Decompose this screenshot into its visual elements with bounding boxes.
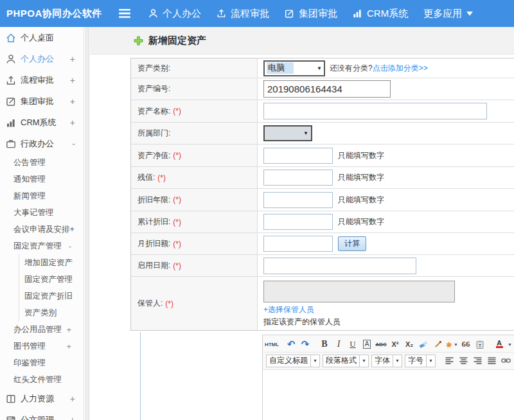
add-category-link[interactable]: 点击添加分类>> bbox=[373, 63, 428, 74]
asset-name-input[interactable] bbox=[263, 103, 487, 119]
svg-text:T: T bbox=[479, 343, 482, 347]
form-row-depreciation-years: 折旧年限: (*) 只能填写数字 bbox=[131, 189, 514, 211]
top-menu-crm-system[interactable]: CRM系统 bbox=[353, 8, 408, 20]
chevron-down-icon: ▼ bbox=[393, 355, 402, 367]
sidebar-item-office-supplies-mgmt[interactable]: 办公用品管理 + bbox=[0, 321, 84, 338]
form-row-accumulated-depreciation: 累计折旧: (*) 只能填写数字 bbox=[131, 211, 514, 233]
category-select[interactable]: 电脑 ▼ bbox=[263, 60, 325, 76]
sidebar-item-human-resources[interactable]: 人力资源 + bbox=[0, 388, 84, 409]
top-menu-group-approval[interactable]: 集团审批 bbox=[285, 8, 337, 20]
department-cell: ▼ bbox=[258, 123, 514, 144]
home-icon bbox=[6, 33, 16, 43]
start-date-label: 启用日期: (*) bbox=[131, 255, 258, 276]
autotypeset-button[interactable]: A bbox=[360, 338, 373, 351]
chevron-down-icon: ▼ bbox=[359, 355, 368, 367]
hamburger-menu-icon[interactable] bbox=[119, 9, 132, 18]
sidebar-item-notice-mgmt[interactable]: 通知管理 bbox=[0, 171, 84, 188]
sidebar-item-news-mgmt[interactable]: 新闻管理 bbox=[0, 188, 84, 204]
chevron-down-icon: ▼ bbox=[426, 355, 435, 367]
font-family-select[interactable]: 字体 ▼ bbox=[371, 354, 402, 367]
link-icon[interactable] bbox=[499, 354, 512, 367]
flow-icon bbox=[217, 8, 226, 19]
accumulated-depreciation-input[interactable] bbox=[263, 214, 333, 230]
residual-value-input[interactable] bbox=[263, 170, 333, 186]
description-editor-row: HTML ↶ ↷ B I U A ABC X² X₂ bbox=[140, 332, 514, 420]
chevron-down-icon: ▼ bbox=[454, 342, 458, 347]
sidebar-item-asset-category[interactable]: 资产类别 bbox=[19, 304, 84, 321]
chart-icon bbox=[6, 118, 16, 128]
paste-text-icon[interactable]: T bbox=[474, 338, 486, 351]
asset-number-input[interactable] bbox=[263, 80, 391, 98]
monthly-depreciation-cell: 计算 bbox=[258, 233, 514, 254]
sidebar-item-group-approval[interactable]: 集团审批 + bbox=[0, 91, 84, 112]
form-row-category: 资产类别: 电脑 ▼ 还没有分类? 点击添加分类>> bbox=[131, 58, 514, 78]
source-code-button[interactable]: HTML bbox=[265, 338, 278, 351]
top-menu-more-apps[interactable]: 更多应用 bbox=[423, 8, 473, 20]
department-select[interactable]: ▼ bbox=[263, 125, 312, 141]
undo-button[interactable]: ↶ bbox=[285, 338, 297, 351]
keeper-label: 保管人: (*) bbox=[131, 277, 258, 330]
document-icon bbox=[6, 415, 16, 420]
start-date-cell bbox=[258, 255, 514, 276]
font-size-select[interactable]: 字号 ▼ bbox=[405, 354, 436, 367]
sidebar-item-document-mgmt[interactable]: 公文管理 + bbox=[0, 409, 84, 420]
bold-button[interactable]: B bbox=[318, 338, 331, 351]
calculate-button[interactable]: 计算 bbox=[338, 236, 366, 251]
sidebar-item-personal-office[interactable]: 个人办公 + bbox=[0, 48, 84, 69]
sidebar-item-events-mgmt[interactable]: 大事记管理 bbox=[0, 204, 84, 221]
sidebar-item-add-fixed-asset[interactable]: 增加固定资产 bbox=[19, 254, 84, 271]
monthly-depreciation-input[interactable] bbox=[263, 236, 333, 252]
underline-button[interactable]: U bbox=[346, 338, 359, 351]
sidebar-item-book-mgmt[interactable]: 图书管理 + bbox=[0, 338, 84, 354]
select-keeper-link[interactable]: +选择保管人员 bbox=[263, 304, 314, 315]
sidebar-item-admin-office[interactable]: 行政办公 - bbox=[0, 133, 84, 154]
top-menu: 个人办公 流程审批 集团审批 CRM系统 更多应用 bbox=[148, 8, 488, 20]
paragraph-format-select[interactable]: 段落格式 ▼ bbox=[323, 354, 369, 367]
sidebar-item-fixed-asset-manage[interactable]: 固定资产管理 bbox=[19, 271, 84, 288]
top-menu-personal-office[interactable]: 个人办公 bbox=[148, 8, 201, 20]
sidebar-item-personal-desktop[interactable]: 个人桌面 bbox=[0, 27, 84, 48]
sidebar-item-fixed-asset-mgmt[interactable]: 固定资产管理 - bbox=[0, 238, 84, 254]
residual-value-label: 残值: (*) bbox=[131, 167, 258, 188]
depreciation-years-input[interactable] bbox=[263, 192, 333, 208]
align-right-icon[interactable] bbox=[471, 354, 484, 367]
subscript-button[interactable]: X₂ bbox=[403, 338, 416, 351]
editor-content-area[interactable] bbox=[263, 372, 514, 420]
align-left-icon[interactable] bbox=[443, 354, 456, 367]
sidebar-item-crm-system[interactable]: CRM系统 + bbox=[0, 112, 84, 133]
sidebar-item-seal-mgmt[interactable]: 印鉴管理 bbox=[0, 354, 84, 371]
eraser-icon[interactable] bbox=[417, 338, 430, 351]
chart-icon bbox=[353, 8, 362, 19]
color-palette-icon[interactable]: ▼ bbox=[445, 338, 458, 351]
form-row-keeper: 保管人: (*) +选择保管人员 指定该资产的保管人员 bbox=[131, 277, 514, 330]
top-menu-workflow-approval[interactable]: 流程审批 bbox=[217, 8, 269, 20]
format-painter-icon[interactable] bbox=[431, 338, 444, 351]
content-header-band: 新增固定资产 bbox=[90, 27, 514, 55]
align-justify-icon[interactable] bbox=[485, 354, 498, 367]
sidebar-scrollbar[interactable] bbox=[85, 27, 89, 420]
sidebar-item-fixed-asset-depreciation[interactable]: 固定资产折旧 bbox=[19, 288, 84, 304]
form-row-asset-number: 资产编号: bbox=[131, 78, 514, 100]
align-center-icon[interactable] bbox=[457, 354, 470, 367]
sidebar-item-official-doc-mgmt[interactable]: 红头文件管理 bbox=[0, 371, 84, 388]
superscript-button[interactable]: X² bbox=[389, 338, 402, 351]
keeper-textarea[interactable] bbox=[263, 281, 455, 302]
sidebar-item-announcement-mgmt[interactable]: 公告管理 bbox=[0, 154, 84, 171]
sidebar-item-workflow-approval[interactable]: 流程审批 + bbox=[0, 69, 84, 91]
sidebar-item-meeting-mgmt[interactable]: 会议申请及安排+ bbox=[0, 221, 84, 238]
font-color-button[interactable]: A bbox=[493, 338, 506, 351]
blockquote-button[interactable]: 66 bbox=[459, 338, 472, 351]
page-title: 新增固定资产 bbox=[134, 35, 206, 47]
net-value-input[interactable] bbox=[263, 148, 333, 164]
strikethrough-button[interactable]: ABC bbox=[375, 338, 387, 351]
redo-button[interactable]: ↷ bbox=[299, 338, 312, 351]
italic-button[interactable]: I bbox=[332, 338, 345, 351]
user-icon bbox=[148, 8, 158, 19]
chevron-down-icon: ▼ bbox=[310, 355, 319, 367]
edit-icon bbox=[6, 96, 16, 107]
start-date-input[interactable] bbox=[263, 258, 416, 274]
top-navigation-bar: PHPOA协同办公软件 个人办公 流程审批 集团审批 bbox=[0, 0, 514, 27]
custom-title-select[interactable]: 自定义标题 ▼ bbox=[266, 354, 320, 367]
net-value-label: 资产净值: (*) bbox=[131, 144, 258, 166]
user-icon bbox=[6, 54, 16, 64]
